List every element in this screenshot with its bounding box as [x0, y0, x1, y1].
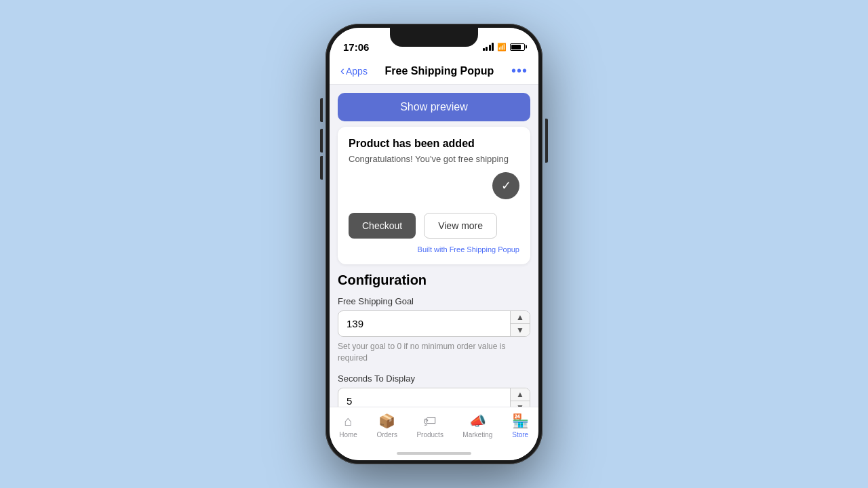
- store-label: Store: [512, 431, 528, 439]
- free-shipping-goal-label: Free Shipping Goal: [338, 296, 530, 306]
- content-area: Show preview Product has been added Cong…: [330, 85, 538, 407]
- nav-back-button[interactable]: ‹ Apps: [340, 65, 368, 77]
- free-shipping-goal-decrement[interactable]: ▼: [511, 324, 530, 336]
- free-shipping-goal-stepper: ▲ ▼: [510, 311, 530, 336]
- seconds-decrement[interactable]: ▼: [511, 401, 530, 407]
- seconds-to-display-input[interactable]: [338, 388, 510, 407]
- marketing-icon: 📣: [469, 413, 486, 429]
- free-shipping-goal-input[interactable]: [338, 311, 510, 336]
- seconds-increment[interactable]: ▲: [511, 388, 530, 401]
- checkout-button[interactable]: Checkout: [349, 213, 416, 239]
- status-icons: 📶: [483, 43, 526, 52]
- status-notch: [390, 28, 478, 47]
- preview-congrats-text: Congratulations! You've got free shippin…: [349, 154, 519, 164]
- config-section-title: Configuration: [338, 272, 530, 288]
- home-icon: ⌂: [344, 413, 353, 429]
- built-with-link[interactable]: Free Shipping Popup: [450, 245, 519, 253]
- view-more-button[interactable]: View more: [424, 213, 497, 239]
- nav-bar: ‹ Apps Free Shipping Popup •••: [330, 58, 538, 85]
- phone-screen: 17:06 📶 ‹ Apps Free Shipping Popup •••: [330, 28, 538, 460]
- wifi-icon: 📶: [497, 43, 507, 52]
- preview-product-title: Product has been added: [349, 138, 519, 150]
- tab-home[interactable]: ⌂ Home: [339, 413, 357, 439]
- back-label: Apps: [346, 66, 368, 77]
- marketing-label: Marketing: [462, 431, 492, 439]
- seconds-to-display-label: Seconds To Display: [338, 373, 530, 384]
- home-indicator: [330, 447, 538, 460]
- more-icon[interactable]: •••: [511, 63, 528, 79]
- back-arrow-icon: ‹: [340, 64, 344, 77]
- free-shipping-goal-input-wrapper: ▲ ▼: [338, 310, 530, 337]
- orders-label: Orders: [376, 431, 397, 439]
- free-shipping-hint: Set your goal to 0 if no minimum order v…: [338, 341, 530, 364]
- tab-products[interactable]: 🏷 Products: [416, 413, 443, 439]
- signal-icon: [483, 43, 494, 51]
- configuration-section: Configuration Free Shipping Goal ▲ ▼ Set…: [338, 272, 530, 407]
- preview-actions: Checkout View more: [349, 213, 519, 239]
- seconds-to-display-input-wrapper: ▲ ▼: [338, 388, 530, 407]
- built-with-text: Built with Free Shipping Popup: [349, 245, 519, 253]
- home-bar: [397, 452, 471, 455]
- free-shipping-goal-increment[interactable]: ▲: [511, 311, 530, 324]
- status-bar: 17:06 📶: [330, 28, 538, 58]
- built-with-prefix: Built with: [418, 245, 450, 253]
- products-label: Products: [416, 431, 443, 439]
- status-time: 17:06: [343, 41, 369, 53]
- products-icon: 🏷: [423, 413, 437, 429]
- nav-title: Free Shipping Popup: [385, 65, 494, 77]
- show-preview-button[interactable]: Show preview: [338, 93, 530, 121]
- tab-orders[interactable]: 📦 Orders: [376, 413, 397, 439]
- tab-bar: ⌂ Home 📦 Orders 🏷 Products 📣 Marketing 🏪…: [330, 407, 538, 447]
- tab-store[interactable]: 🏪 Store: [512, 413, 529, 439]
- home-label: Home: [339, 431, 357, 439]
- seconds-stepper: ▲ ▼: [510, 388, 530, 407]
- preview-check-row: ✓: [349, 172, 519, 199]
- store-icon: 🏪: [512, 413, 529, 429]
- check-circle-icon: ✓: [492, 172, 519, 199]
- tab-marketing[interactable]: 📣 Marketing: [462, 413, 492, 439]
- orders-icon: 📦: [378, 413, 395, 429]
- preview-card: Product has been added Congratulations! …: [338, 127, 530, 264]
- phone-frame: 17:06 📶 ‹ Apps Free Shipping Popup •••: [326, 24, 542, 464]
- battery-icon: [510, 43, 525, 51]
